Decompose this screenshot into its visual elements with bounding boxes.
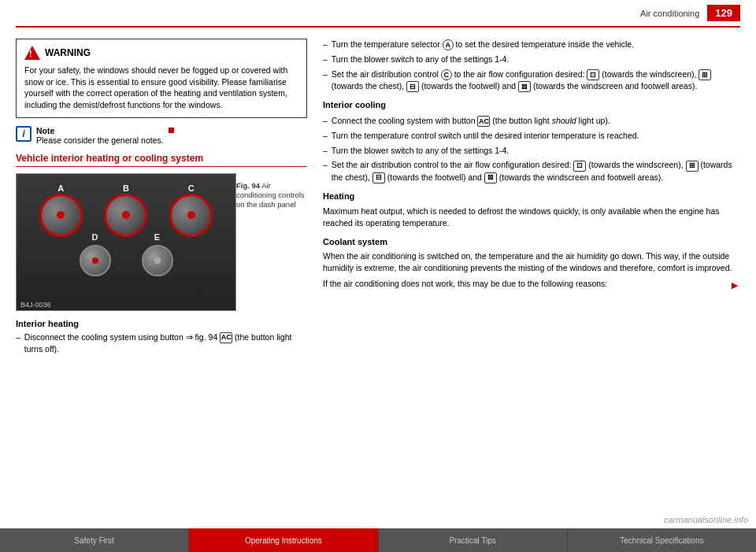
header-title: Air conditioning xyxy=(640,9,699,18)
coolant-text2: If the air conditioning does not work, t… xyxy=(323,278,740,290)
note-box: i Note Please consider the general notes… xyxy=(16,126,307,145)
warning-text: For your safety, the windows should neve… xyxy=(24,65,298,111)
cooling-bullet-2: – Turn the temperature control switch un… xyxy=(323,130,740,142)
footer: Safety First Operating Instructions Prac… xyxy=(0,528,756,552)
note-content: Note Please consider the general notes. xyxy=(36,126,164,145)
footer-technical[interactable]: Technical Specifications xyxy=(568,528,756,552)
main-content: WARNING For your safety, the windows sho… xyxy=(0,28,756,509)
figure-caption: Fig. 94 Air conditioning controls on the… xyxy=(236,181,307,210)
coolant-heading: Coolant system xyxy=(323,235,740,249)
warning-title: WARNING xyxy=(45,47,91,58)
section-heading: Vehicle interior heating or cooling syst… xyxy=(16,153,307,167)
figure-container: A B C xyxy=(16,173,307,311)
cooling-bullet-4: – Set the air distribution control to th… xyxy=(323,159,740,183)
continue-arrow: ► xyxy=(729,278,740,294)
note-title: Note xyxy=(36,126,164,135)
knob-d xyxy=(80,245,111,276)
page-header: Air conditioning 129 xyxy=(16,0,740,28)
footer-practical[interactable]: Practical Tips xyxy=(379,528,568,552)
dashboard-image: A B C xyxy=(16,173,236,311)
heating-text: Maximum heat output, which is needed to … xyxy=(323,206,740,228)
info-icon: i xyxy=(16,126,32,142)
right-column: – Turn the temperature selector A to set… xyxy=(323,39,740,509)
heating-heading: Heating xyxy=(323,190,740,203)
image-code: B4J-0036 xyxy=(20,301,51,309)
cooling-bullet-1: – Connect the cooling system with button… xyxy=(323,115,740,127)
cooling-bullet-3: – Turn the blower switch to any of the s… xyxy=(323,145,740,157)
interior-heating-heading: Interior heating xyxy=(16,319,307,328)
badge-c: C xyxy=(441,69,452,80)
right-bullet-1: – Turn the temperature selector A to set… xyxy=(323,39,740,50)
footer-operating[interactable]: Operating Instructions xyxy=(189,528,378,552)
interior-heating-bullet-1: – Disconnect the cooling system using bu… xyxy=(16,332,307,355)
knob-b: B xyxy=(104,194,147,237)
badge-a: A xyxy=(443,39,454,50)
red-bullet xyxy=(169,128,174,133)
right-bullet-2: – Turn the blower switch to any of the s… xyxy=(323,54,740,65)
warning-box: WARNING For your safety, the windows sho… xyxy=(16,39,307,118)
note-text: Please consider the general notes. xyxy=(36,135,164,145)
knob-a: A xyxy=(39,194,83,237)
left-column: WARNING For your safety, the windows sho… xyxy=(16,39,307,509)
right-bullet-3: – Set the air distribution control C to … xyxy=(323,69,740,92)
coolant-text: When the air conditioning is switched on… xyxy=(323,250,740,273)
footer-safety[interactable]: Safety First xyxy=(0,528,189,552)
interior-cooling-heading: Interior cooling xyxy=(323,98,740,112)
watermark: carmanualsonline.info xyxy=(664,515,748,524)
page-number: 129 xyxy=(707,5,740,21)
warning-icon xyxy=(24,46,40,60)
warning-header: WARNING xyxy=(24,46,298,60)
ac-badge-2: AC xyxy=(477,116,490,127)
knob-c: C xyxy=(169,194,213,237)
figure-number: Fig. 94 xyxy=(236,181,260,190)
ac-badge: AC xyxy=(220,332,232,343)
knob-e xyxy=(142,245,173,276)
